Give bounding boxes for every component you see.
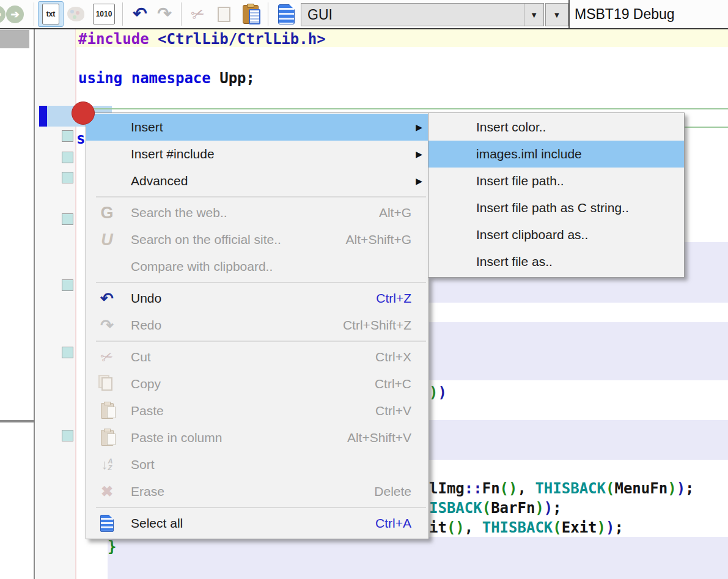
menu-item-redo[interactable]: ↷RedoCtrl+Shift+Z <box>86 312 428 339</box>
code-token: , <box>465 519 482 536</box>
sidebar-splitter[interactable] <box>0 420 34 422</box>
blue-document-icon <box>278 4 295 24</box>
toolbar-separator <box>34 2 34 26</box>
navigate-back-button[interactable]: ⬅ <box>0 2 6 26</box>
submenu-arrow-icon: ▶ <box>416 176 422 186</box>
menu-item-label: Search on the official site.. <box>131 232 281 247</box>
code-token: () <box>500 480 518 497</box>
redo-icon: ↷ <box>157 6 171 23</box>
code-token <box>149 31 158 48</box>
upp-logo-icon: U <box>94 230 120 249</box>
erase-icon: ✖ <box>94 483 120 500</box>
breakpoint-circle[interactable] <box>72 101 95 125</box>
toolbar-separator <box>268 2 268 26</box>
submenu-item-insert-file-path[interactable]: Insert file path.. <box>428 168 684 194</box>
submenu-arrow-icon: ▶ <box>416 149 422 159</box>
gutter-marker[interactable] <box>62 172 73 183</box>
menu-item-erase[interactable]: ✖EraseDelete <box>86 478 428 505</box>
chevron-down-icon: ▼ <box>530 10 538 20</box>
menu-item-shortcut: Ctrl+A <box>375 516 411 531</box>
menu-item-copy[interactable]: CopyCtrl+C <box>86 371 428 397</box>
image-designer-button[interactable] <box>67 2 84 26</box>
menu-item-select-all[interactable]: Select allCtrl+A <box>86 510 428 537</box>
menu-item-search-on-the-official-site[interactable]: USearch on the official site..Alt+Shift+… <box>86 226 428 253</box>
menu-item-undo[interactable]: ↶UndoCtrl+Z <box>86 285 428 312</box>
menu-item-insert[interactable]: Insert▶ <box>86 114 428 141</box>
menu-item-search-the-web[interactable]: GSearch the web..Alt+G <box>86 199 428 226</box>
code-token: ; <box>614 519 623 536</box>
code-line-include: #include <CtrlLib/CtrlLib.h> <box>78 29 326 49</box>
file-list-sidebar[interactable] <box>0 29 35 579</box>
gutter-marker[interactable] <box>62 130 73 142</box>
menu-item-shortcut: Alt+Shift+V <box>347 430 411 445</box>
cut-button[interactable]: ✂ <box>187 2 209 26</box>
submenu-item-insert-file-as[interactable]: Insert file as.. <box>428 248 684 275</box>
secondary-dropdown-button[interactable]: ▼ <box>545 3 568 26</box>
gutter-marker[interactable] <box>62 213 73 225</box>
menu-item-label: Cut <box>131 350 151 364</box>
menu-item-label: Erase <box>131 484 164 499</box>
code-token: ISBACK <box>429 500 482 517</box>
code-token: MenuFn <box>614 480 667 497</box>
gutter-marker[interactable] <box>62 430 73 441</box>
sidebar-selected-item[interactable] <box>0 30 29 48</box>
code-line-struct: s <box>76 129 85 149</box>
menu-item-shortcut: Ctrl+Z <box>376 291 411 306</box>
menu-item-label: Advanced <box>131 174 188 188</box>
paste-icon <box>243 5 259 24</box>
code-token: ) <box>544 500 553 517</box>
copy-button[interactable] <box>213 2 235 26</box>
gutter-marker[interactable] <box>62 152 73 163</box>
menu-item-label: images.iml include <box>476 147 582 161</box>
assembly-combobox-dropdown[interactable]: ▼ <box>524 4 543 26</box>
menu-item-compare-with-clipboard[interactable]: Compare with clipboard.. <box>86 253 428 280</box>
code-token: ( <box>553 519 561 536</box>
code-token: s <box>76 130 85 147</box>
submenu-item-images-iml-include[interactable]: images.iml include <box>428 141 684 168</box>
gutter-marker[interactable] <box>62 279 73 291</box>
navigate-forward-button[interactable]: ➔ <box>6 2 24 26</box>
binary-file-mode-button[interactable]: 1010 <box>93 2 115 26</box>
menu-item-label: Paste in column <box>131 430 222 445</box>
submenu-item-insert-clipboard-as[interactable]: Insert clipboard as.. <box>428 221 684 248</box>
cut-icon: ✂ <box>188 3 207 26</box>
code-token: Upp; <box>211 70 255 87</box>
menu-item-shortcut: Ctrl+X <box>375 350 411 364</box>
copy-icon <box>218 7 230 22</box>
menu-item-sort[interactable]: ↓AZSort <box>86 451 428 478</box>
code-token: ) <box>429 384 438 401</box>
submenu-item-insert-file-path-as-c-string[interactable]: Insert file path as C string.. <box>428 194 684 221</box>
redo-button[interactable]: ↷ <box>153 2 176 26</box>
menu-item-insert-include[interactable]: Insert #include▶ <box>86 141 428 168</box>
code-token: #include <box>78 31 149 48</box>
paste-button[interactable] <box>238 2 263 26</box>
copy-icon <box>94 377 120 391</box>
assembly-combobox[interactable]: GUI ▼ <box>301 3 544 26</box>
menu-item-shortcut: Ctrl+C <box>375 377 411 391</box>
menu-separator <box>96 507 426 508</box>
code-token: ; <box>685 480 694 497</box>
menu-item-advanced[interactable]: Advanced▶ <box>86 168 428 194</box>
menu-item-cut[interactable]: ✂CutCtrl+X <box>86 344 428 371</box>
menu-item-paste-in-column[interactable]: Paste in columnAlt+Shift+V <box>86 424 428 451</box>
menu-item-shortcut: Ctrl+Shift+Z <box>343 318 411 333</box>
code-token: ) <box>597 519 606 536</box>
menu-item-label: Insert clipboard as.. <box>476 227 588 242</box>
text-file-mode-button[interactable]: txt <box>38 2 64 26</box>
menu-item-shortcut: Delete <box>374 484 411 499</box>
gutter-marker[interactable] <box>62 347 73 358</box>
highlighted-line-lavender <box>108 537 728 579</box>
txt-label: txt <box>42 4 59 24</box>
palette-icon <box>67 7 84 21</box>
build-config-area[interactable]: MSBT19 Debug <box>568 0 675 28</box>
chevron-down-icon: ▼ <box>553 10 561 20</box>
menu-separator <box>96 282 426 283</box>
google-icon: G <box>94 204 120 223</box>
submenu-item-insert-color[interactable]: Insert color.. <box>428 114 684 141</box>
select-all-button[interactable] <box>274 2 298 26</box>
menu-item-paste[interactable]: PasteCtrl+V <box>86 397 428 424</box>
undo-button[interactable]: ↶ <box>128 2 152 26</box>
menu-separator <box>96 196 426 197</box>
undo-icon: ↶ <box>133 6 147 23</box>
select-all-icon <box>94 515 120 532</box>
